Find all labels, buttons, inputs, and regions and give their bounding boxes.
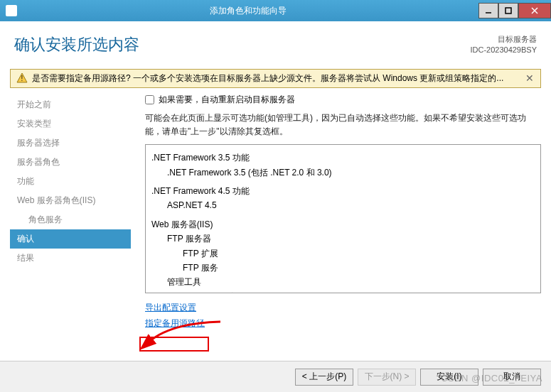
feature-item: FTP 服务: [151, 261, 535, 275]
install-button[interactable]: 安装(I): [420, 369, 478, 386]
cancel-button[interactable]: 取消: [483, 369, 541, 386]
warning-icon: !: [16, 72, 28, 84]
sidebar-item[interactable]: 功能: [10, 172, 131, 191]
svg-rect-1: [505, 8, 511, 13]
sidebar-item[interactable]: 服务器角色: [10, 153, 131, 172]
feature-item: IIS 6 管理兼容性: [151, 290, 535, 293]
feature-item: Web 服务器(IIS): [151, 217, 535, 232]
sidebar-item[interactable]: 开始之前: [10, 95, 131, 114]
footer: < 上一步(P) 下一步(N) > 安装(I) 取消: [0, 361, 551, 392]
app-icon: [6, 5, 17, 16]
titlebar: 添加角色和功能向导: [0, 0, 551, 21]
sidebar-item[interactable]: Web 服务器角色(IIS): [10, 191, 131, 210]
sidebar: 开始之前安装类型服务器选择服务器角色功能Web 服务器角色(IIS)角色服务确认…: [10, 94, 131, 364]
sidebar-item[interactable]: 服务器选择: [10, 134, 131, 153]
description-text: 可能会在此页面上显示可选功能(如管理工具)，因为已自动选择这些功能。如果不希望安…: [145, 111, 541, 138]
window-title: 添加角色和功能向导: [17, 5, 478, 17]
main-content: 如果需要，自动重新启动目标服务器 可能会在此页面上显示可选功能(如管理工具)，因…: [131, 94, 541, 364]
sidebar-item[interactable]: 角色服务: [10, 210, 131, 229]
restart-label: 如果需要，自动重新启动目标服务器: [159, 94, 295, 106]
feature-item: FTP 服务器: [151, 232, 535, 246]
feature-item: .NET Framework 3.5 (包括 .NET 2.0 和 3.0): [151, 165, 535, 180]
links: 导出配置设置 指定备用源路径: [145, 300, 541, 331]
warning-bar: ! 是否需要指定备用源路径? 一个或多个安装选项在目标服务器上缺少源文件。服务器…: [10, 69, 541, 88]
window-buttons: [478, 3, 551, 18]
warning-close-icon[interactable]: ✕: [525, 73, 535, 83]
sidebar-item: 确认: [10, 229, 131, 249]
page-title: 确认安装所选内容: [14, 34, 139, 55]
restart-checkbox[interactable]: [145, 95, 154, 104]
svg-text:!: !: [21, 75, 23, 82]
target-server-info: 目标服务器 IDC-20230429BSY: [470, 34, 537, 56]
feature-item: .NET Framework 4.5 功能: [151, 184, 535, 198]
feature-item: .NET Framework 3.5 功能: [151, 151, 535, 165]
next-button: 下一步(N) >: [358, 369, 416, 386]
restart-checkbox-row[interactable]: 如果需要，自动重新启动目标服务器: [145, 94, 541, 106]
sidebar-item[interactable]: 结果: [10, 249, 131, 268]
header: 确认安装所选内容 目标服务器 IDC-20230429BSY: [0, 21, 551, 62]
feature-item: 管理工具: [151, 275, 535, 289]
maximize-button[interactable]: [498, 3, 518, 18]
export-config-link[interactable]: 导出配置设置: [145, 300, 541, 316]
feature-item: FTP 扩展: [151, 246, 535, 261]
close-button[interactable]: [518, 3, 551, 18]
target-label: 目标服务器: [470, 34, 537, 45]
prev-button[interactable]: < 上一步(P): [295, 369, 353, 386]
features-listbox[interactable]: .NET Framework 3.5 功能.NET Framework 3.5 …: [145, 144, 541, 293]
feature-item: ASP.NET 4.5: [151, 198, 535, 212]
sidebar-item[interactable]: 安装类型: [10, 114, 131, 134]
warning-text: 是否需要指定备用源路径? 一个或多个安装选项在目标服务器上缺少源文件。服务器将尝…: [32, 72, 525, 85]
minimize-button[interactable]: [478, 3, 498, 18]
target-server: IDC-20230429BSY: [470, 45, 537, 55]
alt-source-link[interactable]: 指定备用源路径: [145, 316, 541, 332]
